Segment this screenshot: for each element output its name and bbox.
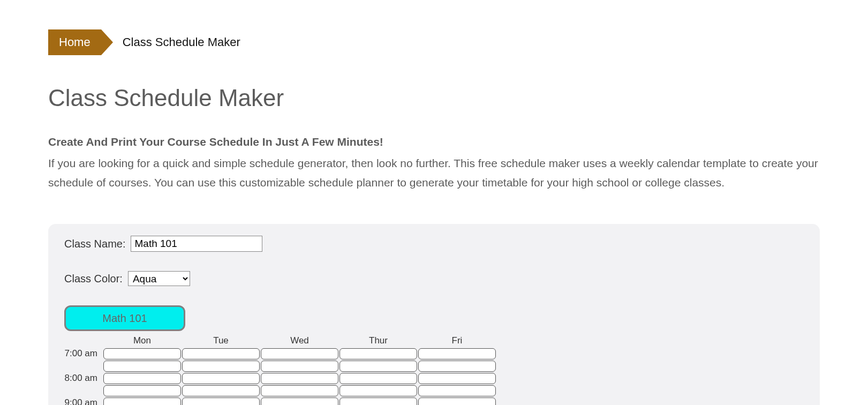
day-header: Thur	[339, 335, 418, 348]
schedule-slot[interactable]	[418, 398, 496, 405]
schedule-slot[interactable]	[182, 348, 260, 359]
schedule-slot[interactable]	[103, 348, 181, 359]
schedule-slot[interactable]	[103, 373, 181, 384]
schedule-slot[interactable]	[103, 361, 181, 372]
schedule-slot[interactable]	[182, 398, 260, 405]
schedule-slot[interactable]	[339, 348, 417, 359]
page-description: If you are looking for a quick and simpl…	[48, 154, 820, 192]
breadcrumb-home[interactable]: Home	[48, 29, 101, 55]
schedule-slot[interactable]	[182, 385, 260, 396]
schedule-slot[interactable]	[339, 398, 417, 405]
class-name-input[interactable]	[131, 236, 262, 252]
schedule-slot[interactable]	[418, 361, 496, 372]
schedule-slot[interactable]	[339, 361, 417, 372]
schedule-slot[interactable]	[261, 373, 338, 384]
schedule-slot[interactable]	[103, 385, 181, 396]
day-header: Mon	[103, 335, 182, 348]
schedule-slot[interactable]	[103, 398, 181, 405]
class-color-label: Class Color:	[64, 273, 123, 285]
schedule-slot[interactable]	[261, 398, 338, 405]
schedule-slot[interactable]	[261, 361, 338, 372]
class-name-label: Class Name:	[64, 238, 125, 250]
schedule-slot[interactable]	[339, 373, 417, 384]
time-label: 9:00 am	[64, 398, 103, 405]
breadcrumb: Home Class Schedule Maker	[48, 29, 820, 55]
page-subheading: Create And Print Your Course Schedule In…	[48, 136, 820, 148]
time-label: 7:00 am	[64, 348, 103, 373]
page-title: Class Schedule Maker	[48, 85, 820, 111]
class-chip[interactable]: Math 101	[64, 305, 185, 331]
schedule-slot[interactable]	[182, 373, 260, 384]
schedule-slot[interactable]	[261, 385, 338, 396]
schedule-slot[interactable]	[418, 385, 496, 396]
schedule-slot[interactable]	[182, 361, 260, 372]
class-color-select[interactable]: Aqua	[128, 271, 190, 286]
schedule-panel: Class Name: Class Color: Aqua Math 101 M…	[48, 224, 820, 405]
schedule-slot[interactable]	[261, 348, 338, 359]
class-chip-label: Math 101	[102, 312, 147, 325]
day-header: Tue	[182, 335, 260, 348]
schedule-grid: Mon Tue Wed Thur Fri 7:00 am	[64, 335, 804, 405]
schedule-slot[interactable]	[339, 385, 417, 396]
time-label: 8:00 am	[64, 373, 103, 398]
breadcrumb-current: Class Schedule Maker	[123, 35, 240, 49]
day-header: Wed	[260, 335, 339, 348]
schedule-slot[interactable]	[418, 373, 496, 384]
schedule-slot[interactable]	[418, 348, 496, 359]
day-header: Fri	[418, 335, 496, 348]
